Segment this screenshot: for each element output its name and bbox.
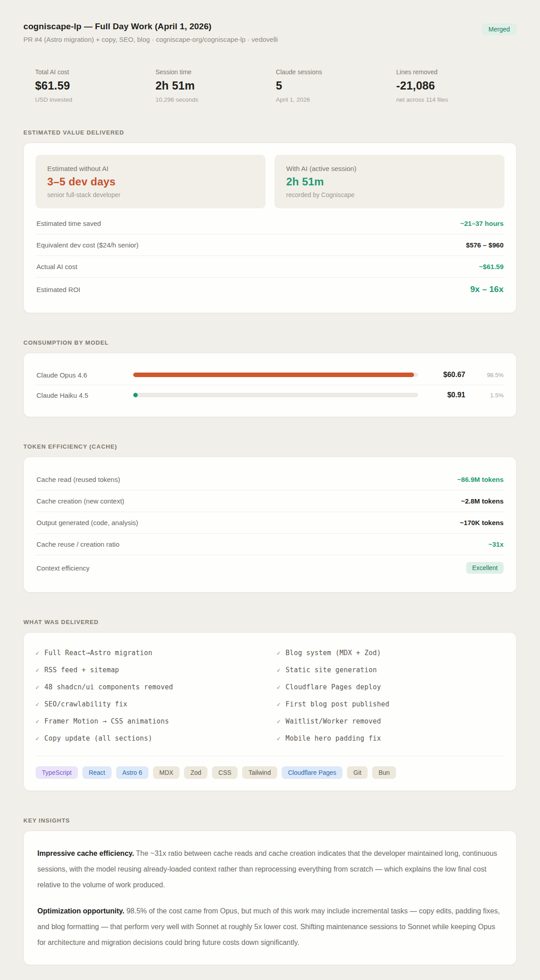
delivered-item: ✓Full React→Astro migration	[36, 644, 263, 661]
delivered-item-label: Copy update (all sections)	[44, 734, 152, 742]
check-icon: ✓	[36, 666, 39, 674]
check-icon: ✓	[277, 735, 280, 742]
check-icon: ✓	[277, 649, 280, 656]
tech-tag-astro: Astro 6	[116, 766, 148, 779]
model-percent: 98.5%	[465, 372, 504, 378]
stat-session-time: Session time 2h 51m 10,296 seconds	[156, 68, 276, 103]
tech-tag-react: React	[82, 766, 112, 779]
model-name: Claude Opus 4.6	[36, 371, 133, 379]
stat-value: -21,086	[396, 79, 517, 92]
stat-caption: net across 114 files	[396, 96, 517, 103]
value-rows: Estimated time saved ~21–37 hours Equiva…	[36, 213, 504, 301]
model-row-haiku: Claude Haiku 4.5 $0.91 1.5%	[36, 385, 504, 405]
row-value: ~86.9M tokens	[457, 476, 504, 483]
delivered-column-right: ✓Blog system (MDX + Zod) ✓Static site ge…	[277, 644, 504, 747]
stat-label: Lines removed	[396, 68, 517, 76]
report-header: cogniscape-lp — Full Day Work (April 1, …	[23, 22, 517, 43]
row-label: Estimated time saved	[36, 220, 101, 227]
section-token-efficiency: TOKEN EFFICIENCY (CACHE) Cache read (reu…	[23, 443, 517, 593]
row-label: Equivalent dev cost ($24/h senior)	[36, 241, 139, 249]
delivered-item-label: Static site generation	[285, 666, 377, 674]
row-value: ~170K tokens	[460, 519, 504, 526]
tech-tag-zod: Zod	[184, 766, 207, 779]
stat-label: Total AI cost	[35, 68, 156, 76]
delivered-item: ✓Cloudflare Pages deploy	[277, 679, 504, 696]
status-badge-excellent: Excellent	[466, 562, 504, 574]
row-time-saved: Estimated time saved ~21–37 hours	[36, 213, 504, 234]
delivered-item-label: Full React→Astro migration	[44, 649, 152, 657]
check-icon: ✓	[277, 718, 280, 725]
tech-tag-css: CSS	[212, 766, 238, 779]
stat-total-ai-cost: Total AI cost $61.59 USD invested	[35, 68, 156, 103]
delivered-item-label: RSS feed + sitemap	[44, 666, 119, 674]
token-efficiency-card: Cache read (reused tokens) ~86.9M tokens…	[23, 457, 517, 593]
report-page: cogniscape-lp — Full Day Work (April 1, …	[0, 0, 540, 980]
check-icon: ✓	[36, 735, 39, 742]
box-caption: senior full-stack developer	[47, 191, 254, 198]
row-label: Cache reuse / creation ratio	[36, 540, 119, 548]
check-icon: ✓	[277, 666, 280, 674]
row-context-efficiency: Context efficiency Excellent	[36, 555, 504, 580]
box-caption: recorded by Cogniscape	[286, 191, 493, 198]
section-consumption-by-model: CONSUMPTION BY MODEL Claude Opus 4.6 $60…	[23, 339, 517, 417]
insight-paragraph-optimization: Optimization opportunity. 98.5% of the c…	[37, 903, 503, 951]
box-with-ai: With AI (active session) 2h 51m recorded…	[274, 155, 504, 208]
header-text: cogniscape-lp — Full Day Work (April 1, …	[23, 22, 278, 43]
row-value: ~21–37 hours	[460, 220, 504, 227]
stat-caption: April 1, 2026	[276, 96, 396, 103]
model-name: Claude Haiku 4.5	[36, 391, 133, 399]
row-label: Estimated ROI	[36, 286, 81, 293]
stat-label: Session time	[156, 68, 276, 76]
stat-caption: 10,296 seconds	[156, 96, 276, 103]
delivered-item: ✓First blog post published	[277, 696, 504, 713]
estimated-value-card: Estimated without AI 3–5 dev days senior…	[23, 143, 517, 313]
model-percent: 1.5%	[465, 392, 504, 399]
row-label: Cache creation (new context)	[36, 497, 124, 505]
stat-value: $61.59	[35, 79, 156, 92]
box-without-ai: Estimated without AI 3–5 dev days senior…	[36, 155, 266, 208]
delivered-item-label: Blog system (MDX + Zod)	[285, 649, 381, 657]
delivered-item-label: Framer Motion → CSS animations	[44, 717, 169, 725]
row-value: ~$61.59	[479, 263, 504, 270]
row-value: 9x – 16x	[470, 284, 504, 294]
stats-row: Total AI cost $61.59 USD invested Sessio…	[35, 68, 517, 103]
tech-tag-tailwind: Tailwind	[242, 766, 277, 779]
row-cache-ratio: Cache reuse / creation ratio ~31x	[36, 534, 504, 555]
model-row-opus: Claude Opus 4.6 $60.67 98.5%	[36, 365, 504, 385]
box-label: Estimated without AI	[47, 165, 254, 172]
box-value: 3–5 dev days	[47, 175, 254, 188]
stat-claude-sessions: Claude sessions 5 April 1, 2026	[276, 68, 396, 103]
row-actual-ai-cost: Actual AI cost ~$61.59	[36, 256, 504, 278]
delivered-list: ✓Full React→Astro migration ✓RSS feed + …	[36, 644, 504, 747]
token-rows: Cache read (reused tokens) ~86.9M tokens…	[36, 469, 504, 580]
status-badge-merged: Merged	[482, 23, 517, 35]
delivered-item: ✓Copy update (all sections)	[36, 730, 263, 747]
delivered-card: ✓Full React→Astro migration ✓RSS feed + …	[23, 632, 517, 791]
insights-card: Impressive cache efficiency. The ~31x ra…	[23, 831, 517, 965]
tech-tag-git: Git	[347, 766, 368, 779]
row-label: Context efficiency	[36, 564, 90, 572]
check-icon: ✓	[36, 701, 39, 708]
model-cost: $0.91	[418, 391, 465, 399]
section-title: ESTIMATED VALUE DELIVERED	[23, 129, 517, 136]
page-subtitle: PR #4 (Astro migration) + copy, SEO, blo…	[23, 36, 278, 43]
model-usage-bar	[133, 373, 414, 377]
check-icon: ✓	[36, 649, 39, 656]
row-label: Cache read (reused tokens)	[36, 476, 120, 483]
delivered-item: ✓Framer Motion → CSS animations	[36, 713, 263, 730]
tech-tag-mdx: MDX	[153, 766, 180, 779]
delivered-item-label: Cloudflare Pages deploy	[285, 683, 381, 691]
delivered-item: ✓48 shadcn/ui components removed	[36, 679, 263, 696]
section-estimated-value: ESTIMATED VALUE DELIVERED Estimated with…	[23, 129, 517, 313]
insight-lead: Impressive cache efficiency.	[37, 850, 134, 857]
insight-paragraph-cache: Impressive cache efficiency. The ~31x ra…	[37, 845, 503, 893]
row-estimated-roi: Estimated ROI 9x – 16x	[36, 278, 504, 301]
row-value: ~2.8M tokens	[461, 497, 504, 505]
check-icon: ✓	[36, 683, 39, 691]
row-value: ~31x	[488, 540, 504, 548]
section-title: WHAT WAS DELIVERED	[23, 619, 517, 625]
check-icon: ✓	[277, 683, 280, 691]
box-value: 2h 51m	[286, 175, 493, 188]
delivered-item-label: Waitlist/Worker removed	[285, 717, 381, 725]
check-icon: ✓	[36, 718, 39, 725]
